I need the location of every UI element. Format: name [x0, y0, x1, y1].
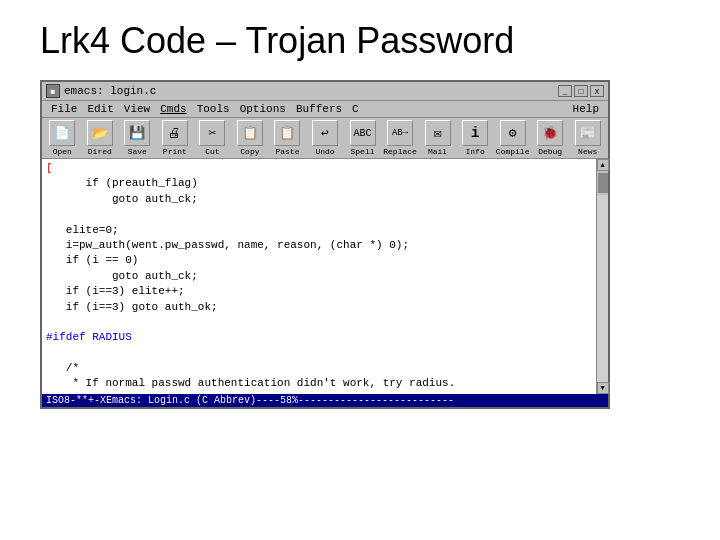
toolbar-info[interactable]: i Info: [457, 120, 494, 158]
undo-icon: ↩: [312, 120, 338, 146]
open-icon: 📄: [49, 120, 75, 146]
toolbar-open[interactable]: 📄 Open: [44, 120, 81, 158]
print-label: Print: [163, 147, 187, 156]
menu-c[interactable]: C: [347, 102, 364, 116]
menu-edit[interactable]: Edit: [82, 102, 118, 116]
info-icon: i: [462, 120, 488, 146]
debug-label: Debug: [538, 147, 562, 156]
slide-container: Lrk4 Code – Trojan Password ■ emacs: log…: [0, 0, 720, 540]
menu-help[interactable]: Help: [568, 102, 604, 116]
emacs-scrollbar[interactable]: ▲ ▼: [596, 159, 608, 394]
title-icon-symbol: ■: [51, 87, 56, 96]
paste-icon: 📋: [274, 120, 300, 146]
scroll-up-arrow[interactable]: ▲: [597, 159, 609, 171]
paste-label: Paste: [275, 147, 299, 156]
emacs-code-area[interactable]: [ if (preauth_flag) goto auth_ck; elite=…: [42, 159, 596, 394]
title-icon: ■: [46, 84, 60, 98]
replace-label: Replace: [383, 147, 417, 156]
toolbar-dired[interactable]: 📂 Dired: [82, 120, 119, 158]
emacs-menubar: File Edit View Cmds Tools Options Buffer…: [42, 101, 608, 118]
emacs-titlebar: ■ emacs: login.c _ □ X: [42, 82, 608, 101]
toolbar-replace[interactable]: AB→ Replace: [382, 120, 419, 158]
emacs-window: ■ emacs: login.c _ □ X File Edit View Cm…: [40, 80, 610, 409]
news-icon: 📰: [575, 120, 601, 146]
news-label: News: [578, 147, 597, 156]
save-icon: 💾: [124, 120, 150, 146]
compile-icon: ⚙: [500, 120, 526, 146]
toolbar-debug[interactable]: 🐞 Debug: [532, 120, 569, 158]
dired-label: Dired: [88, 147, 112, 156]
menu-options[interactable]: Options: [235, 102, 291, 116]
toolbar-news[interactable]: 📰 News: [569, 120, 606, 158]
toolbar-save[interactable]: 💾 Save: [119, 120, 156, 158]
maximize-button[interactable]: □: [574, 85, 588, 97]
emacs-title: emacs: login.c: [64, 85, 156, 97]
menu-tools[interactable]: Tools: [192, 102, 235, 116]
cut-icon: ✂: [199, 120, 225, 146]
menu-cmds[interactable]: Cmds: [155, 102, 191, 116]
scroll-thumb[interactable]: [598, 173, 608, 193]
menu-view[interactable]: View: [119, 102, 155, 116]
dired-icon: 📂: [87, 120, 113, 146]
replace-icon: AB→: [387, 120, 413, 146]
toolbar-paste[interactable]: 📋 Paste: [269, 120, 306, 158]
toolbar-spell[interactable]: ABC Spell: [344, 120, 381, 158]
spell-icon: ABC: [350, 120, 376, 146]
copy-label: Copy: [240, 147, 259, 156]
open-label: Open: [53, 147, 72, 156]
undo-label: Undo: [315, 147, 334, 156]
toolbar-print[interactable]: 🖨 Print: [157, 120, 194, 158]
toolbar-undo[interactable]: ↩ Undo: [307, 120, 344, 158]
mail-icon: ✉: [425, 120, 451, 146]
toolbar-mail[interactable]: ✉ Mail: [419, 120, 456, 158]
copy-icon: 📋: [237, 120, 263, 146]
close-button[interactable]: X: [590, 85, 604, 97]
emacs-statusbar: ISO8-**+-XEmacs: Login.c (C Abbrev)----5…: [42, 394, 608, 407]
slide-title: Lrk4 Code – Trojan Password: [40, 20, 680, 62]
toolbar-cut[interactable]: ✂ Cut: [194, 120, 231, 158]
info-label: Info: [466, 147, 485, 156]
spell-label: Spell: [351, 147, 375, 156]
scroll-down-arrow[interactable]: ▼: [597, 382, 609, 394]
toolbar-compile[interactable]: ⚙ Compile: [494, 120, 531, 158]
save-label: Save: [128, 147, 147, 156]
compile-label: Compile: [496, 147, 530, 156]
emacs-content-wrapper: [ if (preauth_flag) goto auth_ck; elite=…: [42, 159, 608, 394]
titlebar-left: ■ emacs: login.c: [46, 84, 156, 98]
mail-label: Mail: [428, 147, 447, 156]
debug-icon: 🐞: [537, 120, 563, 146]
minimize-button[interactable]: _: [558, 85, 572, 97]
menu-file[interactable]: File: [46, 102, 82, 116]
emacs-toolbar: 📄 Open 📂 Dired 💾 Save 🖨 Print ✂ Cut 📋: [42, 118, 608, 159]
print-icon: 🖨: [162, 120, 188, 146]
cut-label: Cut: [205, 147, 219, 156]
titlebar-right: _ □ X: [558, 85, 604, 97]
menu-buffers[interactable]: Buffers: [291, 102, 347, 116]
scroll-track: [597, 195, 608, 382]
menu-items: File Edit View Cmds Tools Options Buffer…: [46, 102, 364, 116]
status-text: ISO8-**+-XEmacs: Login.c (C Abbrev)----5…: [46, 395, 454, 406]
toolbar-copy[interactable]: 📋 Copy: [232, 120, 269, 158]
